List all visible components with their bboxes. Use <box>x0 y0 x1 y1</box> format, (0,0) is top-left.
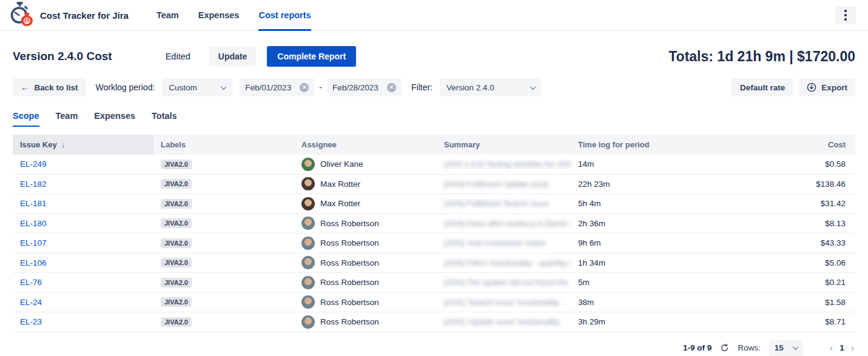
refresh-button[interactable] <box>720 343 729 352</box>
app-header: $ Cost Tracker for Jira Team Expenses Co… <box>0 0 868 31</box>
avatar <box>301 256 315 269</box>
column-header-assignee[interactable]: Assignee <box>294 140 437 149</box>
labels-cell: JIVA2.0 <box>153 297 294 307</box>
tab-expenses[interactable]: Expenses <box>94 111 135 127</box>
assignee-name: Ross Robertson <box>320 238 379 247</box>
avatar <box>301 217 315 230</box>
time-log-value: 14m <box>571 160 722 169</box>
table-row: EL-23JIVA2.0Ross Robertson[JIVA] 'Update… <box>13 312 855 332</box>
label-badge: JIVA2.0 <box>161 179 192 189</box>
cost-value: $8.71 <box>722 317 855 326</box>
rows-label: Rows: <box>738 343 761 352</box>
issue-key-link[interactable]: EL-24 <box>20 298 42 307</box>
issue-key-link[interactable]: EL-180 <box>20 219 47 228</box>
issue-key-cell: EL-181 <box>13 199 153 208</box>
column-header-summary[interactable]: Summary <box>437 140 571 149</box>
cost-value: $43.33 <box>722 238 855 247</box>
column-header-labels[interactable]: Labels <box>153 140 294 149</box>
pagination-bar: 1-9 of 9 Rows: 15 ‹ 1 › <box>0 332 868 356</box>
worklog-period-label: Worklog period: <box>96 82 155 92</box>
time-log-value: 5h 4m <box>571 199 722 208</box>
chevron-down-icon <box>530 84 536 90</box>
issue-key-link[interactable]: EL-106 <box>20 258 47 267</box>
chevron-down-icon <box>221 84 227 90</box>
assignee-cell: Max Rotter <box>294 197 437 210</box>
issue-key-cell: EL-249 <box>13 160 153 169</box>
issue-summary: [JIVA] Fulfilment Update issue <box>437 180 571 189</box>
avatar <box>301 177 315 190</box>
assignee-name: Ross Robertson <box>320 278 379 287</box>
default-rate-button[interactable]: Default rate <box>732 78 793 96</box>
assignee-cell: Max Rotter <box>294 177 437 190</box>
time-log-value: 3h 29m <box>571 317 722 326</box>
column-header-time-log[interactable]: Time log for period <box>571 140 722 149</box>
export-button[interactable]: Export <box>799 78 855 96</box>
column-header-cost[interactable]: Cost <box>722 140 855 149</box>
assignee-name: Ross Robertson <box>320 258 379 267</box>
assignee-name: Oliver Kane <box>320 160 363 169</box>
clear-date-from-icon[interactable]: ✕ <box>300 83 309 92</box>
table-row: EL-181JIVA2.0Max Rotter[JIVA] Fulfilment… <box>13 194 855 214</box>
cost-value: $31.42 <box>722 199 855 208</box>
table-header: Issue Key ↓ Labels Assignee Summary Time… <box>13 135 855 155</box>
nav-team[interactable]: Team <box>156 0 179 31</box>
previous-page-button[interactable]: ‹ <box>830 343 833 354</box>
worklog-period-select[interactable]: Custom <box>162 78 232 96</box>
labels-cell: JIVA2.0 <box>153 160 294 169</box>
table-row: EL-182JIVA2.0Max Rotter[JIVA] Fulfilment… <box>13 175 855 195</box>
left-arrow-icon: ← <box>21 83 29 92</box>
issue-key-link[interactable]: EL-181 <box>20 199 47 208</box>
filter-toolbar: ← Back to list Worklog period: Custom Fe… <box>0 67 868 96</box>
complete-report-button[interactable]: Complete Report <box>267 46 356 67</box>
issue-key-link[interactable]: EL-23 <box>20 317 42 326</box>
tab-scope[interactable]: Scope <box>13 111 39 127</box>
issue-key-link[interactable]: EL-249 <box>20 160 47 169</box>
issue-key-link[interactable]: EL-76 <box>20 278 42 287</box>
issue-summary: [JIVA] 'Update issue' functionality <box>437 317 571 326</box>
date-to-input[interactable]: Feb/28/2023 ✕ <box>327 78 402 96</box>
avatar <box>301 315 315 329</box>
cost-value: $5.06 <box>722 258 855 267</box>
version-filter-select[interactable]: Version 2.4.0 <box>440 78 542 96</box>
edited-status: Edited <box>166 52 190 61</box>
labels-cell: JIVA2.0 <box>153 238 294 248</box>
issue-summary: [JIVA 2.4.0] Testing activities for JIVA… <box>437 160 571 169</box>
issue-key-cell: EL-23 <box>13 317 153 326</box>
issue-key-link[interactable]: EL-182 <box>20 180 47 189</box>
svg-text:$: $ <box>25 18 29 24</box>
nav-cost-reports[interactable]: Cost reports <box>258 0 311 31</box>
assignee-cell: Ross Robertson <box>294 315 437 329</box>
time-log-value: 1h 34m <box>571 258 722 267</box>
table-row: EL-76JIVA2.0Ross Robertson[JIVA] The sys… <box>13 273 855 293</box>
issue-key-link[interactable]: EL-107 <box>20 238 47 247</box>
back-to-list-button[interactable]: ← Back to list <box>13 78 86 96</box>
rows-per-page-select[interactable]: 15 <box>769 340 803 356</box>
table-row: EL-107JIVA2.0Ross Robertson[JIVA] 'Add C… <box>13 233 855 254</box>
assignee-name: Max Rotter <box>320 199 360 208</box>
assignee-name: Ross Robertson <box>320 317 379 326</box>
tab-team[interactable]: Team <box>56 111 78 127</box>
assignee-cell: Ross Robertson <box>294 217 437 230</box>
issue-key-cell: EL-182 <box>13 180 153 189</box>
time-log-value: 9h 6m <box>571 238 722 247</box>
kebab-icon <box>844 10 847 12</box>
labels-cell: JIVA2.0 <box>153 317 294 327</box>
column-header-issue-key[interactable]: Issue Key ↓ <box>13 135 153 155</box>
next-page-button[interactable]: › <box>851 343 854 354</box>
date-from-input[interactable]: Feb/01/2023 ✕ <box>240 78 314 96</box>
nav-expenses[interactable]: Expenses <box>198 0 240 31</box>
current-page-number[interactable]: 1 <box>839 343 844 352</box>
labels-cell: JIVA2.0 <box>153 199 294 209</box>
totals-summary: Totals: 1d 21h 9m | $1720.00 <box>668 49 855 65</box>
tab-totals[interactable]: Totals <box>152 111 177 127</box>
labels-cell: JIVA2.0 <box>153 218 294 228</box>
issue-summary: [JIVA] Filters functionality - quantity … <box>437 258 571 267</box>
avatar <box>301 237 315 250</box>
app-title: Cost Tracker for Jira <box>40 10 129 21</box>
clear-date-to-icon[interactable]: ✕ <box>387 83 396 92</box>
label-badge: JIVA2.0 <box>161 199 192 209</box>
update-button[interactable]: Update <box>209 47 256 66</box>
date-range-separator: - <box>319 82 322 92</box>
label-badge: JIVA2.0 <box>161 218 192 228</box>
more-menu-button[interactable] <box>835 6 856 24</box>
